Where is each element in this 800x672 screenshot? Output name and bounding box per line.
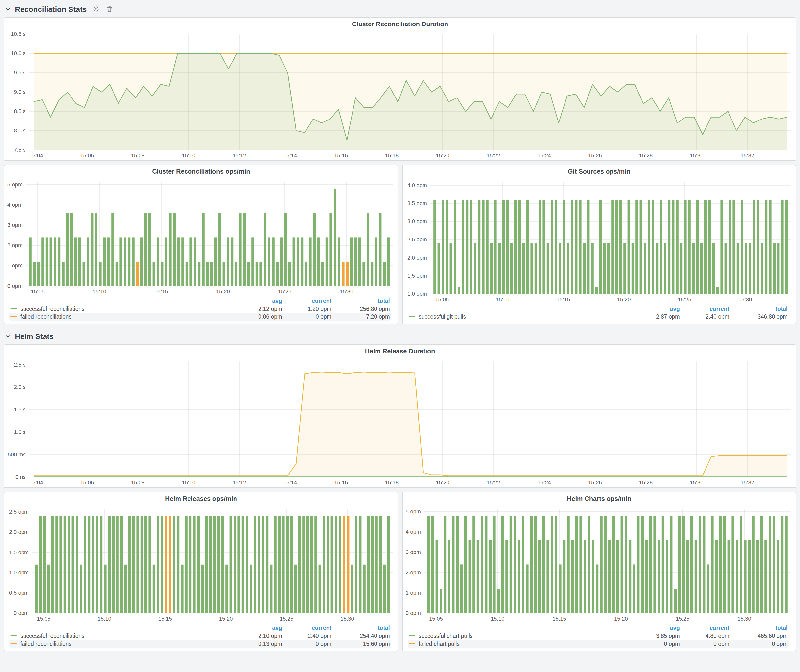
svg-text:5 opm: 5 opm (7, 181, 22, 187)
legend-series-toggle[interactable]: successful reconciliations (10, 306, 237, 312)
svg-text:15:15: 15:15 (556, 296, 570, 302)
legend-series-toggle[interactable]: successful chart pulls (409, 633, 635, 639)
helm-charts-ops-chart[interactable]: 15:0515:1015:1515:2015:2515:300 opm1 opm… (403, 505, 795, 624)
legend-series-toggle[interactable]: failed chart pulls (409, 641, 635, 647)
svg-text:15:14: 15:14 (283, 480, 297, 486)
svg-text:500 ms: 500 ms (8, 451, 26, 458)
legend-total-value: 254.40 opm (331, 633, 390, 639)
legend-avg-value: 2.87 opm (635, 314, 680, 320)
svg-text:5 opm: 5 opm (406, 509, 421, 515)
gear-icon[interactable] (93, 5, 100, 13)
svg-text:15:25: 15:25 (280, 616, 293, 622)
legend-col-current[interactable]: current (680, 306, 729, 312)
legend-series-toggle[interactable]: failed reconciliations (10, 314, 237, 320)
helm-releases-ops-chart[interactable]: 15:0515:1015:1515:2015:2515:300 opm0.5 o… (5, 505, 398, 624)
legend-col-current[interactable]: current (680, 625, 729, 631)
panel-helm-release-duration: Helm Release Duration 15:0415:0615:0815:… (4, 344, 796, 488)
svg-text:2.5 s: 2.5 s (14, 362, 26, 368)
svg-text:15:22: 15:22 (486, 152, 500, 158)
svg-text:15:18: 15:18 (385, 480, 398, 486)
legend-total-value: 0 opm (729, 641, 788, 647)
panel-title[interactable]: Helm Release Duration (5, 345, 795, 358)
trash-icon[interactable] (106, 5, 114, 13)
legend-total-value: 465.60 opm (729, 633, 788, 639)
svg-text:15:05: 15:05 (435, 296, 449, 302)
legend-avg-value: 0 opm (635, 641, 680, 647)
panel-title[interactable]: Cluster Reconciliation Duration (5, 18, 795, 31)
svg-text:15:20: 15:20 (436, 480, 450, 486)
chevron-down-icon[interactable] (5, 6, 11, 12)
legend-header: avg current total (408, 624, 789, 632)
legend-col-total[interactable]: total (729, 625, 788, 631)
series-color-swatch (10, 643, 17, 644)
svg-text:15:24: 15:24 (537, 152, 551, 158)
panel-title[interactable]: Helm Releases ops/min (5, 492, 398, 505)
legend-row: failed reconciliations 0.13 opm 0 opm 15… (10, 640, 391, 648)
svg-text:8.5 s: 8.5 s (14, 108, 26, 114)
helm-release-duration-chart[interactable]: 15:0415:0615:0815:1015:1215:1415:1615:18… (5, 358, 795, 487)
section-title[interactable]: Reconciliation Stats (15, 5, 87, 13)
svg-text:0 opm: 0 opm (406, 610, 421, 616)
panel-title[interactable]: Git Sources ops/min (403, 165, 795, 178)
svg-text:15:25: 15:25 (678, 296, 691, 302)
section-header-helm-stats[interactable]: Helm Stats (4, 324, 796, 344)
legend-series-toggle[interactable]: failed reconciliations (10, 641, 237, 647)
legend-col-avg[interactable]: avg (635, 306, 680, 312)
svg-text:15:26: 15:26 (588, 152, 602, 158)
legend: avg current total successful reconciliat… (5, 624, 398, 651)
svg-text:9.5 s: 9.5 s (14, 70, 26, 76)
svg-text:15:28: 15:28 (639, 152, 653, 158)
legend-header: avg current total (408, 305, 789, 313)
cluster-reconciliation-duration-chart[interactable]: 15:0415:0615:0815:1015:1215:1415:1615:18… (5, 31, 795, 160)
legend-series-toggle[interactable]: successful reconciliations (10, 633, 237, 639)
svg-text:1 opm: 1 opm (406, 590, 421, 596)
panel-title[interactable]: Helm Charts ops/min (403, 492, 795, 505)
chevron-down-icon[interactable] (5, 333, 11, 339)
svg-text:1.5 opm: 1.5 opm (407, 273, 427, 279)
legend-col-total[interactable]: total (729, 306, 788, 312)
svg-text:15:04: 15:04 (29, 152, 43, 158)
legend-row: successful reconciliations 2.12 opm 1.20… (10, 305, 391, 313)
legend-col-avg[interactable]: avg (237, 298, 282, 304)
legend-col-total[interactable]: total (331, 625, 390, 631)
svg-text:9.0 s: 9.0 s (14, 89, 26, 95)
svg-text:10.0 s: 10.0 s (11, 50, 26, 56)
panel-title[interactable]: Cluster Reconciliations ops/min (5, 165, 398, 178)
section-header-reconciliation-stats[interactable]: Reconciliation Stats (4, 3, 796, 17)
legend-row: successful git pulls 2.87 opm 2.40 opm 3… (408, 313, 789, 321)
svg-text:15:10: 15:10 (182, 480, 195, 486)
legend-current-value: 2.40 opm (680, 314, 729, 320)
legend-total-value: 256.80 opm (331, 306, 390, 312)
svg-text:15:18: 15:18 (385, 152, 398, 158)
svg-text:1.0 s: 1.0 s (14, 429, 26, 435)
svg-text:15:10: 15:10 (182, 152, 195, 158)
svg-text:15:10: 15:10 (496, 296, 509, 302)
legend: avg current total successful chart pulls… (403, 624, 795, 651)
legend-row: failed reconciliations 0.06 opm 0 opm 7.… (10, 313, 391, 321)
svg-text:7.5 s: 7.5 s (14, 147, 26, 153)
legend-col-current[interactable]: current (282, 625, 331, 631)
svg-text:15:20: 15:20 (219, 616, 232, 622)
legend-col-total[interactable]: total (331, 298, 390, 304)
legend-current-value: 0 opm (282, 641, 331, 647)
svg-text:15:06: 15:06 (80, 152, 94, 158)
svg-text:15:26: 15:26 (588, 480, 602, 486)
legend-col-current[interactable]: current (282, 298, 331, 304)
legend-col-avg[interactable]: avg (237, 625, 282, 631)
svg-text:15:32: 15:32 (741, 480, 754, 486)
legend-series-toggle[interactable]: successful git pulls (409, 314, 635, 320)
svg-text:15:20: 15:20 (617, 296, 630, 302)
git-sources-ops-chart[interactable]: 15:0515:1015:1515:2015:2515:301.0 opm1.5… (403, 178, 795, 304)
svg-text:15:20: 15:20 (614, 616, 628, 622)
svg-text:1.5 s: 1.5 s (14, 406, 26, 413)
legend-col-avg[interactable]: avg (635, 625, 680, 631)
cluster-reconciliations-ops-chart[interactable]: 15:0515:1015:1515:2015:2515:300 opm1 opm… (5, 178, 398, 296)
legend-series-name: successful chart pulls (419, 633, 473, 639)
series-color-swatch (10, 635, 17, 636)
legend-series-name: successful reconciliations (20, 306, 85, 312)
section-title[interactable]: Helm Stats (15, 332, 54, 341)
svg-text:15:28: 15:28 (639, 480, 653, 486)
svg-text:4 opm: 4 opm (7, 202, 22, 208)
svg-text:15:04: 15:04 (29, 480, 43, 486)
grafana-dashboard: Reconciliation Stats Cluster Reconciliat… (0, 0, 800, 672)
